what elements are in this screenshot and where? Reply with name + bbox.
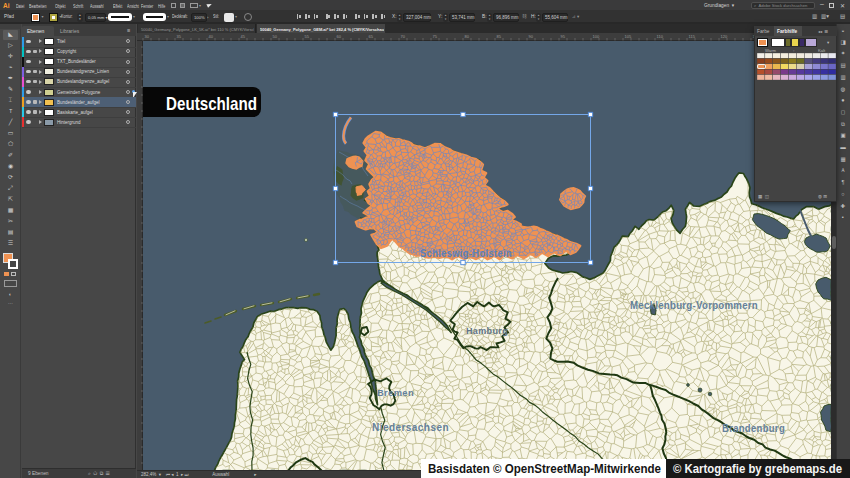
svg-text:Niedersachsen: Niedersachsen	[372, 421, 449, 433]
svg-text:110: 110	[657, 34, 664, 39]
svg-text:Bremen: Bremen	[377, 387, 414, 398]
svg-text:50: 50	[273, 34, 278, 39]
svg-text:85: 85	[497, 34, 502, 39]
svg-text:30: 30	[145, 34, 150, 39]
svg-text:90: 90	[529, 34, 534, 39]
svg-text:Hamburg: Hamburg	[466, 325, 508, 336]
svg-text:75: 75	[433, 34, 438, 39]
svg-text:35: 35	[177, 34, 182, 39]
svg-text:© Kartografie by grebemaps.de: © Kartografie by grebemaps.de	[673, 461, 842, 476]
svg-text:115: 115	[689, 34, 696, 39]
svg-text:95: 95	[561, 34, 566, 39]
svg-text:Deutschland: Deutschland	[166, 93, 257, 114]
svg-text:65: 65	[369, 34, 374, 39]
svg-text:70: 70	[401, 34, 406, 39]
svg-text:40: 40	[209, 34, 214, 39]
svg-text:105: 105	[625, 34, 632, 39]
svg-text:Brandenburg: Brandenburg	[722, 422, 785, 434]
svg-text:100: 100	[593, 34, 600, 39]
svg-text:Mecklenburg-Vorpommern: Mecklenburg-Vorpommern	[630, 300, 758, 311]
svg-text:45: 45	[241, 34, 246, 39]
svg-text:80: 80	[465, 34, 470, 39]
svg-text:120: 120	[721, 34, 728, 39]
svg-text:60: 60	[337, 34, 342, 39]
svg-text:55: 55	[305, 34, 310, 39]
svg-text:Schleswig-Holstein: Schleswig-Holstein	[420, 247, 512, 259]
svg-text:Basisdaten © OpenStreetMap-Mit: Basisdaten © OpenStreetMap-Mitwirkende	[428, 461, 661, 476]
